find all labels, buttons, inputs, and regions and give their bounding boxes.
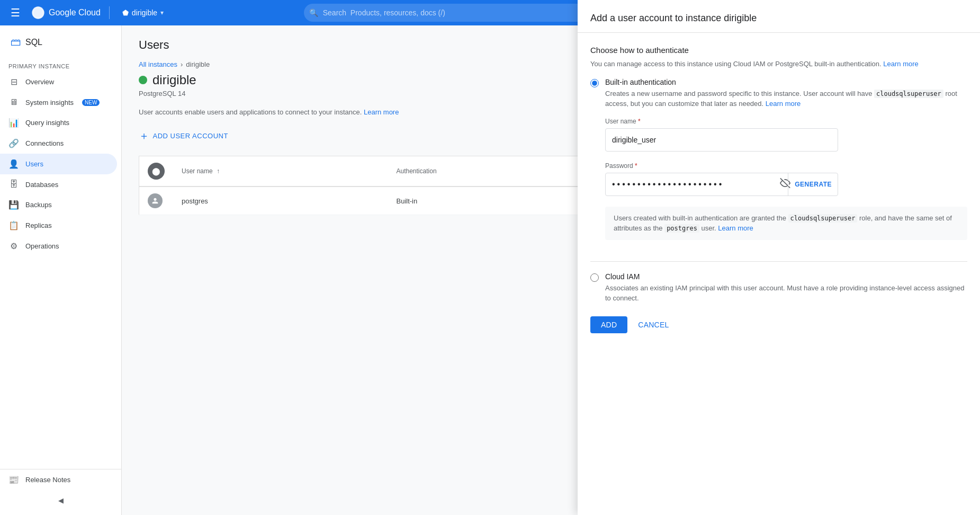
sidebar-item-overview[interactable]: ⊟ Overview [0,72,117,92]
query-insights-icon: 📊 [8,118,19,128]
auth-learn-more-link[interactable]: Learn more [883,60,918,68]
sidebar-item-label: Connections [25,139,64,147]
sidebar-item-users[interactable]: 👤 Users [0,154,117,174]
sidebar-item-replicas[interactable]: 📋 Replicas [0,215,117,236]
builtin-auth-desc: Creates a new username and password spec… [605,88,967,109]
sidebar-item-system-insights[interactable]: 🖥 System insights NEW [0,92,117,112]
sql-label: SQL [25,38,42,47]
table-header-user-icon: ⬤ [148,163,165,180]
sql-icon: 🗃 [11,36,21,48]
sidebar-collapse-button[interactable]: ◀ [0,490,121,511]
user-row-icon [148,193,163,208]
search-icon: 🔍 [309,8,318,17]
auth-section-desc: You can manage access to this instance u… [590,59,967,69]
builtin-auth-label: Built-in authentication [605,78,967,86]
generate-password-button[interactable]: GENERATE [788,173,838,196]
password-wrap: GENERATE [605,173,838,196]
builtin-auth-content: Built-in authentication Creates a new us… [605,78,967,251]
cloud-iam-content: Cloud IAM Associates an existing IAM pri… [605,272,967,304]
sidebar-item-databases[interactable]: 🗄 Databases [0,174,117,194]
panel-action-buttons: ADD CANCEL [590,316,967,333]
hamburger-button[interactable]: ☰ [6,2,24,23]
password-label: Password * [605,162,967,170]
replicas-icon: 📋 [8,220,19,230]
sidebar-item-label: Release Notes [25,476,70,484]
instance-name: dirigible [152,73,196,87]
sidebar-item-label: Backups [25,201,52,209]
builtin-learn-more-link[interactable]: Learn more [766,100,801,108]
sidebar-bottom: 📰 Release Notes ◀ [0,469,121,515]
cancel-button[interactable]: CANCEL [634,316,673,333]
info-learn-more-link[interactable]: Learn more [364,108,399,116]
operations-icon: ⚙ [8,241,19,251]
code-postgres: postgres [664,224,699,233]
topbar-divider [109,6,110,19]
username-form-group: User name * [605,118,967,152]
sidebar-item-label: Operations [25,242,59,250]
project-name: dirigible [132,8,157,17]
app-body: 🗃 SQL PRIMARY INSTANCE ⊟ Overview 🖥 Syst… [0,25,980,515]
breadcrumb-all-instances[interactable]: All instances [139,60,177,68]
connections-icon: 🔗 [8,138,19,148]
cloud-iam-radio[interactable] [590,273,599,282]
user-icon-cell [139,187,174,215]
panel-body: Choose how to authenticate You can manag… [578,33,980,346]
password-required: * [635,162,637,170]
col-header-icon: ⬤ [139,156,174,187]
sidebar-section-title: PRIMARY INSTANCE [0,55,121,72]
overview-icon: ⊟ [8,77,19,87]
auth-section-title: Choose how to authenticate [590,46,967,55]
instance-status-indicator [139,76,147,84]
backups-icon: 💾 [8,200,19,210]
panel-header: Add a user account to instance dirigible [578,25,980,33]
builtin-auth-option: Built-in authentication Creates a new us… [590,78,967,251]
cloud-iam-option: Cloud IAM Associates an existing IAM pri… [590,272,967,304]
divider [590,261,967,262]
release-notes-icon: 📰 [8,475,19,485]
code-cloudsqlsuperuser: cloudsqlsuperuser [874,90,943,98]
sort-icon: ↑ [217,167,220,175]
username-label: User name * [605,118,967,125]
breadcrumb-current: dirigible [186,60,210,68]
chevron-down-icon: ▾ [160,9,164,16]
databases-icon: 🗄 [8,180,19,189]
breadcrumb-separator: › [181,60,183,68]
new-badge: NEW [82,99,100,106]
plus-icon: ＋ [139,129,150,143]
users-icon: 👤 [8,159,19,169]
col-header-username[interactable]: User name ↑ [173,156,388,187]
username-required: * [638,118,641,125]
add-button[interactable]: ADD [590,316,627,333]
password-form-group: Password * GENERATE [605,162,967,196]
sidebar-item-query-insights[interactable]: 📊 Query insights [0,112,117,133]
sidebar-item-release-notes[interactable]: 📰 Release Notes [0,469,117,490]
add-user-label: ADD USER ACCOUNT [153,132,228,140]
logo-text: Google Cloud [49,8,101,17]
sidebar: 🗃 SQL PRIMARY INSTANCE ⊟ Overview 🖥 Syst… [0,25,122,515]
sidebar-item-label: Databases [25,181,58,189]
system-insights-icon: 🖥 [8,97,19,107]
username-input[interactable] [605,128,838,152]
sidebar-item-operations[interactable]: ⚙ Operations [0,236,117,256]
sidebar-item-label: Overview [25,78,54,86]
search-input[interactable] [304,4,622,22]
instance-icon: ⬟ [122,8,129,17]
cloud-iam-label: Cloud IAM [605,272,967,281]
builtin-auth-radio[interactable] [590,79,599,87]
username-cell: postgres [173,187,388,215]
sidebar-item-label: Users [25,160,43,168]
sidebar-item-label: Replicas [25,221,52,229]
sidebar-item-label: System insights [25,99,74,106]
add-user-account-button[interactable]: ＋ ADD USER ACCOUNT [139,125,228,147]
builtin-auth-note: Users created with built-in authenticati… [605,207,967,240]
google-cloud-logo-icon [31,5,46,20]
note-learn-more-link[interactable]: Learn more [718,224,753,232]
sidebar-item-connections[interactable]: 🔗 Connections [0,133,117,154]
cloud-iam-desc: Associates an existing IAM principal wit… [605,283,967,304]
sidebar-item-label: Query insights [25,119,69,127]
collapse-icon: ◀ [58,496,64,504]
add-user-panel: Add a user account to instance dirigible… [578,25,980,515]
sidebar-item-backups[interactable]: 💾 Backups [0,194,117,215]
google-cloud-logo[interactable]: Google Cloud [31,5,101,20]
project-selector[interactable]: ⬟ dirigible ▾ [118,6,168,19]
